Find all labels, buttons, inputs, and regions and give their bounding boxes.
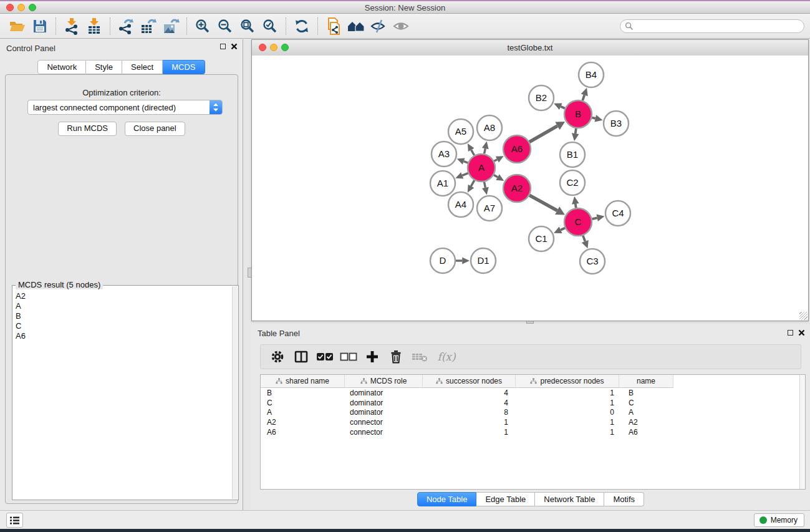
table-row-c[interactable]: Cdominator41C xyxy=(261,398,805,408)
edge-A-A7[interactable] xyxy=(485,182,486,188)
save-session-icon[interactable] xyxy=(29,16,51,36)
graph-node-c1[interactable]: C1 xyxy=(529,226,554,251)
float-panel-icon[interactable] xyxy=(220,44,226,49)
column-header-predecessor-nodes[interactable]: predecessor nodes xyxy=(516,375,619,388)
edge-B-B1[interactable] xyxy=(576,128,576,133)
memory-button[interactable]: Memory xyxy=(754,513,804,527)
cell-name[interactable]: B xyxy=(619,389,673,397)
edge-B-B2[interactable] xyxy=(561,107,565,109)
table-row-a6[interactable]: A6connector11A6 xyxy=(261,427,805,437)
cell-name[interactable]: A2 xyxy=(619,418,673,427)
cell-predecessor-nodes[interactable]: 1 xyxy=(516,389,619,397)
edge-A-A5[interactable] xyxy=(471,150,475,155)
graph-node-a7[interactable]: A7 xyxy=(477,196,502,221)
zoom-fit-icon[interactable] xyxy=(236,16,259,36)
cell-predecessor-nodes[interactable]: 1 xyxy=(516,399,619,407)
column-header-MCDS-role[interactable]: MCDS role xyxy=(345,375,423,388)
graph-node-a5[interactable]: A5 xyxy=(448,119,473,144)
open-session-icon[interactable] xyxy=(6,16,29,36)
graph-node-a1[interactable]: A1 xyxy=(430,171,455,196)
result-item-a[interactable]: A xyxy=(13,301,233,311)
cell-predecessor-nodes[interactable]: 1 xyxy=(516,428,619,437)
close-table-panel-icon[interactable] xyxy=(798,329,805,336)
cell-name[interactable]: A6 xyxy=(619,428,673,437)
cell-shared-name[interactable]: B xyxy=(261,389,345,397)
edge-C-C4[interactable] xyxy=(592,218,597,219)
graph-node-c4[interactable]: C4 xyxy=(605,201,630,226)
cell-predecessor-nodes[interactable]: 0 xyxy=(516,408,619,417)
edge-B-B3[interactable] xyxy=(592,117,595,118)
run-mcds-button[interactable]: Run MCDS xyxy=(58,122,117,136)
graph-node-a8[interactable]: A8 xyxy=(477,115,502,140)
search-field[interactable] xyxy=(620,19,804,33)
cell-name[interactable]: C xyxy=(619,399,673,407)
import-table-icon[interactable] xyxy=(83,16,105,36)
cell-name[interactable]: A xyxy=(619,408,673,417)
criterion-dropdown[interactable]: largest connected component (directed) xyxy=(27,100,223,115)
cell-MCDS-role[interactable]: dominator xyxy=(345,399,423,407)
table-settings-gear-icon[interactable] xyxy=(266,347,289,366)
tab-mcds[interactable]: MCDS xyxy=(163,60,205,74)
network-window-titlebar[interactable]: testGlobe.txt xyxy=(252,40,808,56)
add-column-icon[interactable] xyxy=(360,347,384,366)
result-item-b[interactable]: B xyxy=(13,311,233,321)
edge-A-A3[interactable] xyxy=(464,162,468,163)
result-scrollbar[interactable] xyxy=(232,286,238,499)
export-image-icon[interactable] xyxy=(160,16,182,36)
show-hide-icon[interactable] xyxy=(367,16,390,36)
edge-B-B4[interactable] xyxy=(582,95,584,100)
edge-A6-B[interactable] xyxy=(529,126,557,142)
clone-network-icon[interactable] xyxy=(322,16,345,36)
edge-A-A1[interactable] xyxy=(462,173,468,176)
table-scrollbar[interactable] xyxy=(799,375,805,489)
graph-node-b[interactable]: B xyxy=(564,100,592,128)
graph-node-d1[interactable]: D1 xyxy=(471,248,496,273)
close-panel-button[interactable]: Close panel xyxy=(125,122,185,136)
cell-successor-nodes[interactable]: 1 xyxy=(423,418,516,427)
edge-A-A4[interactable] xyxy=(471,180,474,186)
graph-node-b2[interactable]: B2 xyxy=(529,85,554,110)
table-row-a[interactable]: Adominator80A xyxy=(261,407,805,417)
column-header-name[interactable]: name xyxy=(619,375,673,388)
tab-network[interactable]: Network xyxy=(37,60,86,74)
cell-MCDS-role[interactable]: dominator xyxy=(345,408,423,417)
graph-node-c2[interactable]: C2 xyxy=(560,170,585,195)
zoom-out-icon[interactable] xyxy=(214,16,236,36)
graph-node-a[interactable]: A xyxy=(468,154,495,181)
show-columns-icon[interactable] xyxy=(289,347,313,366)
table-row-b[interactable]: Bdominator41B xyxy=(261,388,805,398)
cell-shared-name[interactable]: A xyxy=(261,408,345,417)
graph-node-a4[interactable]: A4 xyxy=(448,192,473,217)
select-all-rows-icon[interactable] xyxy=(313,347,337,366)
column-header-shared-name[interactable]: shared name xyxy=(261,375,345,388)
graph-node-a3[interactable]: A3 xyxy=(432,142,456,167)
tab-network-table[interactable]: Network Table xyxy=(535,492,604,506)
cell-MCDS-role[interactable]: connector xyxy=(345,418,423,427)
edge-C-C2[interactable] xyxy=(576,204,576,208)
cell-successor-nodes[interactable]: 4 xyxy=(423,389,516,397)
float-table-panel-icon[interactable] xyxy=(788,330,793,336)
edge-A-A6[interactable] xyxy=(494,160,497,162)
graph-node-c[interactable]: C xyxy=(564,208,592,236)
network-canvas[interactable]: AA1A2A3A4A5A6A7A8BB1B2B3B4CC1C2C3C4DD1 xyxy=(252,56,808,321)
cell-predecessor-nodes[interactable]: 1 xyxy=(516,418,619,427)
graph-node-a6[interactable]: A6 xyxy=(503,135,531,163)
graph-node-d[interactable]: D xyxy=(430,248,455,273)
tab-motifs[interactable]: Motifs xyxy=(604,492,644,506)
delete-column-trash-icon[interactable] xyxy=(384,347,408,366)
edge-A2-C[interactable] xyxy=(529,195,557,211)
cell-MCDS-role[interactable]: dominator xyxy=(345,389,423,397)
cell-shared-name[interactable]: A2 xyxy=(261,418,345,427)
mcds-result-list[interactable]: A2ABCA6 xyxy=(13,291,233,499)
result-item-c[interactable]: C xyxy=(13,321,233,331)
edge-C-C1[interactable] xyxy=(561,228,565,230)
export-network-icon[interactable] xyxy=(115,16,137,36)
zoom-selected-icon[interactable] xyxy=(259,16,281,36)
cybrowser-home-icon[interactable] xyxy=(345,16,367,36)
graph-node-b1[interactable]: B1 xyxy=(560,142,585,167)
import-network-icon[interactable] xyxy=(60,16,83,36)
edge-C-C3[interactable] xyxy=(583,236,585,241)
tab-style[interactable]: Style xyxy=(86,60,122,74)
cell-successor-nodes[interactable]: 8 xyxy=(423,408,516,417)
export-table-icon[interactable] xyxy=(137,16,160,36)
